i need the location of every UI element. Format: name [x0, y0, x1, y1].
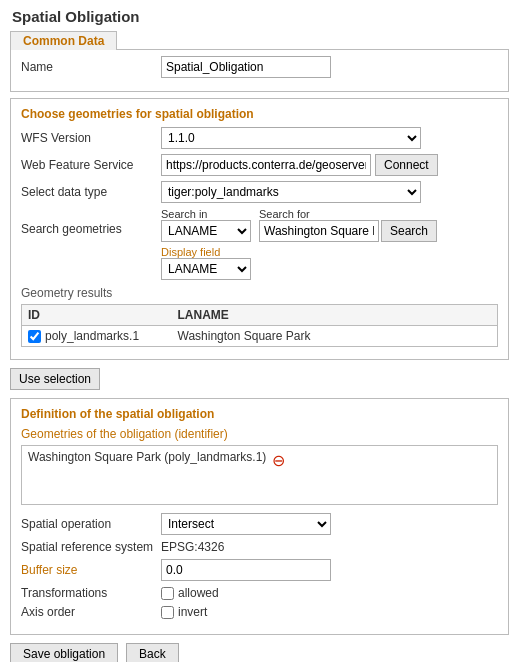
transform-label: Transformations [21, 586, 161, 600]
axis-check-label: invert [178, 605, 207, 619]
result-checkbox[interactable] [28, 330, 41, 343]
axis-label: Axis order [21, 605, 161, 619]
common-data-tab[interactable]: Common Data [10, 31, 117, 50]
wfs-version-label: WFS Version [21, 131, 161, 145]
data-type-select[interactable]: tiger:poly_landmarks [161, 181, 421, 203]
wfs-url-label: Web Feature Service [21, 158, 161, 172]
col-laname-header: LANAME [172, 305, 498, 326]
result-id-cell: poly_landmarks.1 [22, 326, 172, 347]
name-input[interactable] [161, 56, 331, 78]
use-selection-row: Use selection [10, 368, 509, 390]
wfs-version-select[interactable]: 1.1.0 1.0.0 2.0.0 [161, 127, 421, 149]
search-in-select[interactable]: LANAME [161, 220, 251, 242]
axis-checkbox[interactable] [161, 606, 174, 619]
back-button[interactable]: Back [126, 643, 179, 662]
choose-geometries-section: Choose geometries for spatial obligation… [10, 98, 509, 360]
results-label: Geometry results [21, 286, 498, 300]
buffer-label: Buffer size [21, 563, 161, 577]
definition-section: Definition of the spatial obligation Geo… [10, 398, 509, 635]
transform-checkbox[interactable] [161, 587, 174, 600]
definition-legend: Definition of the spatial obligation [21, 407, 498, 421]
results-table: ID LANAME poly_landmarks.1 Washington Sq… [21, 304, 498, 347]
connect-button[interactable]: Connect [375, 154, 438, 176]
bottom-buttons: Save obligation Back [10, 643, 509, 662]
search-for-input[interactable] [259, 220, 379, 242]
search-label: Search geometries [21, 222, 161, 236]
geometries-box: Washington Square Park (poly_landmarks.1… [21, 445, 498, 505]
use-selection-button[interactable]: Use selection [10, 368, 100, 390]
spatial-op-select[interactable]: Intersect Contains Within Overlaps [161, 513, 331, 535]
srs-value: EPSG:4326 [161, 540, 224, 554]
table-row: poly_landmarks.1 Washington Square Park [22, 326, 498, 347]
search-in-label: Search in [161, 208, 251, 220]
display-field-select[interactable]: LANAME [161, 258, 251, 280]
srs-label: Spatial reference system [21, 540, 161, 554]
search-button[interactable]: Search [381, 220, 437, 242]
save-obligation-button[interactable]: Save obligation [10, 643, 118, 662]
geometries-obligation-label: Geometries of the obligation (identifier… [21, 427, 498, 441]
name-label: Name [21, 60, 161, 74]
display-field-label: Display field [161, 246, 437, 258]
remove-geometry-button[interactable]: ⊖ [272, 450, 285, 472]
wfs-url-input[interactable] [161, 154, 371, 176]
result-laname-cell: Washington Square Park [172, 326, 498, 347]
search-for-label: Search for [259, 208, 437, 220]
page-title: Spatial Obligation [0, 0, 519, 31]
geometry-results: Geometry results ID LANAME poly_landmark… [21, 286, 498, 347]
col-id-header: ID [22, 305, 172, 326]
buffer-input[interactable] [161, 559, 331, 581]
spatial-op-label: Spatial operation [21, 517, 161, 531]
geometry-item-text: Washington Square Park (poly_landmarks.1… [28, 450, 266, 464]
choose-geometries-legend: Choose geometries for spatial obligation [21, 107, 498, 121]
transform-check-label: allowed [178, 586, 219, 600]
data-type-label: Select data type [21, 185, 161, 199]
